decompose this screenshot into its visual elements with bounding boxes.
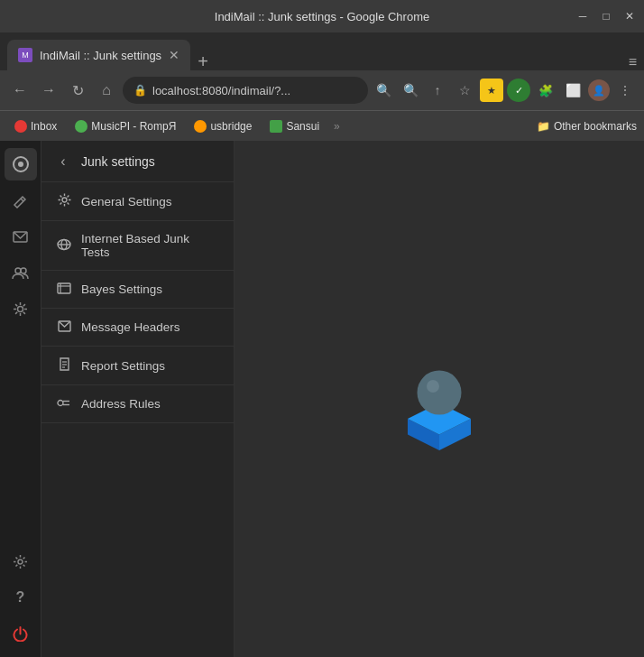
isometric-shape bbox=[376, 336, 502, 462]
search-icon[interactable]: 🔍 bbox=[372, 79, 395, 102]
svg-point-6 bbox=[18, 306, 23, 311]
settings-nav-title: Junk settings bbox=[81, 154, 155, 169]
bookmark-usbridge[interactable]: usbridge bbox=[187, 118, 259, 134]
screen-cast-icon[interactable]: ⬜ bbox=[561, 79, 584, 102]
settings-nav-panel: ‹ Junk settings General Settings Interne… bbox=[41, 141, 235, 657]
bookmark-dot bbox=[14, 120, 27, 133]
bayes-icon bbox=[56, 282, 72, 297]
content-area bbox=[235, 141, 644, 657]
window-title: IndiMail :: Junk settings - Google Chrom… bbox=[215, 10, 429, 23]
window-controls: ─ □ ✕ bbox=[575, 10, 637, 23]
bookmark-sansui[interactable]: Sansui bbox=[262, 118, 327, 134]
minimize-button[interactable]: ─ bbox=[575, 10, 590, 23]
sidebar-icon-group[interactable] bbox=[5, 256, 37, 289]
close-button[interactable]: ✕ bbox=[622, 10, 637, 23]
svg-point-7 bbox=[18, 560, 23, 564]
bookmark-musicpi[interactable]: MusicPI - RompЯ bbox=[68, 118, 183, 134]
nav-item-label: Bayes Settings bbox=[81, 282, 162, 296]
other-bookmarks[interactable]: 📁 Other bookmarks bbox=[537, 120, 637, 133]
bookmark-dot bbox=[75, 120, 87, 133]
nav-item-address-rules[interactable]: Address Rules bbox=[41, 385, 234, 423]
svg-point-8 bbox=[62, 198, 67, 202]
bookmark-label: Inbox bbox=[31, 120, 57, 133]
forward-button[interactable]: → bbox=[36, 78, 61, 103]
svg-rect-12 bbox=[58, 283, 70, 293]
report-settings-icon bbox=[56, 357, 72, 374]
nav-item-general-settings[interactable]: General Settings bbox=[41, 182, 234, 221]
more-button[interactable]: ⋮ bbox=[613, 79, 637, 102]
svg-point-26 bbox=[427, 380, 439, 393]
tab-menu-button[interactable]: ≡ bbox=[629, 54, 637, 70]
svg-point-25 bbox=[418, 371, 462, 415]
svg-point-4 bbox=[15, 268, 21, 273]
folder-icon: 📁 bbox=[537, 120, 550, 133]
maximize-button[interactable]: □ bbox=[599, 10, 613, 23]
home-button[interactable]: ⌂ bbox=[94, 78, 119, 103]
nav-item-label: Message Headers bbox=[81, 320, 180, 334]
svg-point-1 bbox=[18, 162, 23, 167]
extensions-icon[interactable]: 🧩 bbox=[534, 79, 557, 102]
sidebar-icon-mail[interactable] bbox=[5, 220, 37, 253]
back-button[interactable]: ‹ bbox=[52, 151, 74, 172]
svg-point-5 bbox=[21, 268, 26, 273]
nav-item-bayes[interactable]: Bayes Settings bbox=[41, 271, 234, 309]
sidebar-icon-settings[interactable] bbox=[5, 292, 37, 325]
extension-icon-2[interactable]: ✓ bbox=[507, 79, 530, 102]
bookmark-inbox[interactable]: Inbox bbox=[7, 118, 64, 134]
address-rules-icon bbox=[56, 396, 72, 412]
extension-icon-1[interactable]: ★ bbox=[480, 79, 503, 102]
svg-point-19 bbox=[58, 401, 63, 406]
power-icon[interactable] bbox=[5, 617, 37, 650]
bookmark-label: Sansui bbox=[286, 120, 319, 133]
url-bar[interactable]: 🔒 localhost:8080/indimail/?... bbox=[123, 77, 368, 104]
profile-avatar[interactable]: 👤 bbox=[588, 79, 610, 101]
address-bar-icons: 🔍 🔍 ↑ ☆ ★ ✓ 🧩 ⬜ 👤 ⋮ bbox=[372, 79, 637, 102]
nav-item-message-headers[interactable]: Message Headers bbox=[41, 309, 234, 347]
bookmarks-overflow[interactable]: » bbox=[330, 120, 344, 133]
bookmark-label: MusicPI - RompЯ bbox=[91, 120, 176, 133]
settings-nav-header: ‹ Junk settings bbox=[41, 141, 234, 182]
sidebar-icon-circle[interactable] bbox=[5, 148, 37, 180]
bookmark-dot bbox=[194, 120, 207, 133]
gear-bottom-icon[interactable] bbox=[5, 545, 37, 578]
zoom-icon[interactable]: 🔍 bbox=[399, 79, 422, 102]
svg-line-2 bbox=[21, 199, 23, 201]
share-icon[interactable]: ↑ bbox=[426, 79, 449, 102]
general-settings-icon bbox=[56, 193, 72, 209]
bookmark-label: usbridge bbox=[210, 120, 252, 133]
back-button[interactable]: ← bbox=[7, 78, 32, 103]
nav-item-report-settings[interactable]: Report Settings bbox=[41, 347, 234, 385]
nav-item-internet-junk[interactable]: Internet Based Junk Tests bbox=[41, 221, 234, 271]
other-bookmarks-label: Other bookmarks bbox=[554, 120, 637, 133]
tab-close-button[interactable]: ✕ bbox=[169, 48, 179, 62]
app-area: ? ‹ Junk settings General Settings Inter… bbox=[0, 141, 644, 657]
message-headers-icon bbox=[56, 319, 72, 335]
bookmark-dot bbox=[270, 120, 282, 133]
title-bar: IndiMail :: Junk settings - Google Chrom… bbox=[0, 0, 644, 32]
nav-item-label: Address Rules bbox=[81, 397, 161, 411]
tab-bar: M IndiMail :: Junk settings ✕ + ≡ bbox=[0, 32, 644, 70]
nav-item-label: General Settings bbox=[81, 195, 172, 208]
internet-junk-icon bbox=[56, 238, 72, 254]
nav-item-label: Internet Based Junk Tests bbox=[81, 232, 219, 259]
reload-button[interactable]: ↻ bbox=[65, 78, 90, 103]
url-text: localhost:8080/indimail/?... bbox=[152, 84, 290, 97]
lock-icon: 🔒 bbox=[133, 84, 147, 97]
active-tab[interactable]: M IndiMail :: Junk settings ✕ bbox=[7, 40, 190, 70]
help-icon[interactable]: ? bbox=[5, 581, 37, 614]
nav-item-label: Report Settings bbox=[81, 359, 165, 373]
new-tab-button[interactable]: + bbox=[190, 52, 216, 70]
sidebar-icon-edit[interactable] bbox=[5, 184, 37, 217]
icon-sidebar: ? bbox=[0, 141, 41, 657]
tab-label: IndiMail :: Junk settings bbox=[40, 49, 161, 62]
tab-favicon: M bbox=[18, 48, 32, 62]
bookmark-icon[interactable]: ☆ bbox=[453, 79, 476, 102]
address-bar: ← → ↻ ⌂ 🔒 localhost:8080/indimail/?... 🔍… bbox=[0, 70, 644, 110]
bookmarks-bar: Inbox MusicPI - RompЯ usbridge Sansui » … bbox=[0, 110, 644, 141]
